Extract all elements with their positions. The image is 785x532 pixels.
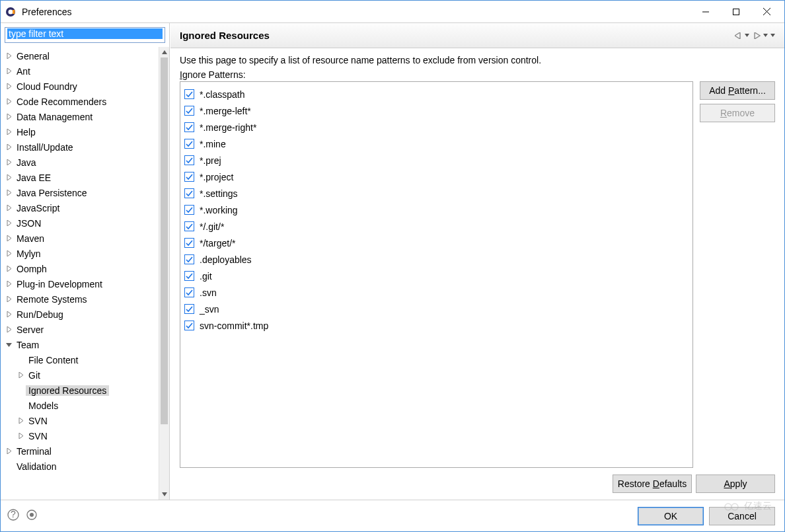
tree-item-oomph[interactable]: Oomph xyxy=(1,261,159,276)
menu-dropdown-icon[interactable] xyxy=(770,34,775,37)
checkbox[interactable] xyxy=(184,172,194,182)
tree-item-code-recommenders[interactable]: Code Recommenders xyxy=(1,94,159,109)
remove-button[interactable]: Remove xyxy=(700,104,775,122)
pattern-item[interactable]: */.git/* xyxy=(184,218,689,235)
tree-item-java-ee[interactable]: Java EE xyxy=(1,170,159,185)
chevron-right-icon[interactable] xyxy=(3,53,14,59)
filter-input[interactable] xyxy=(7,28,163,39)
chevron-right-icon[interactable] xyxy=(15,418,26,424)
scroll-thumb[interactable] xyxy=(161,57,168,424)
tree-item-git[interactable]: Git xyxy=(1,367,159,383)
tree-item-team[interactable]: Team xyxy=(1,337,159,352)
chevron-right-icon[interactable] xyxy=(3,190,14,196)
ok-button[interactable]: OK xyxy=(638,507,704,525)
chevron-right-icon[interactable] xyxy=(3,205,14,211)
tree-item-models[interactable]: Models xyxy=(1,398,159,413)
chevron-right-icon[interactable] xyxy=(3,250,14,256)
chevron-right-icon[interactable] xyxy=(3,68,14,74)
help-icon[interactable]: ? xyxy=(7,509,19,523)
tree-item-terminal[interactable]: Terminal xyxy=(1,443,159,459)
add-pattern-button[interactable]: Add Pattern... xyxy=(700,81,775,100)
pattern-item[interactable]: .svn xyxy=(184,284,689,301)
pattern-item[interactable]: svn-commit*.tmp xyxy=(184,317,689,334)
tree-item-server[interactable]: Server xyxy=(1,322,159,337)
tree-item-cloud-foundry[interactable]: Cloud Foundry xyxy=(1,79,159,94)
restore-defaults-button[interactable]: Restore Defaults xyxy=(613,475,692,493)
checkbox[interactable] xyxy=(184,321,194,330)
checkbox[interactable] xyxy=(184,139,194,149)
pattern-item[interactable]: *.classpath xyxy=(184,86,689,102)
scroll-down-icon[interactable] xyxy=(159,489,169,500)
pattern-item[interactable]: */target/* xyxy=(184,235,689,251)
chevron-right-icon[interactable] xyxy=(3,98,14,104)
pattern-item[interactable]: *.prej xyxy=(184,152,689,169)
chevron-right-icon[interactable] xyxy=(3,159,14,165)
tree-item-validation[interactable]: Validation xyxy=(1,459,159,474)
checkbox[interactable] xyxy=(184,304,194,314)
checkbox[interactable] xyxy=(184,221,194,231)
chevron-right-icon[interactable] xyxy=(3,174,14,180)
cancel-button[interactable]: Cancel xyxy=(709,507,775,525)
pattern-item[interactable]: *.settings xyxy=(184,185,689,202)
maximize-button[interactable] xyxy=(721,1,751,22)
tree-item-install-update[interactable]: Install/Update xyxy=(1,139,159,155)
chevron-right-icon[interactable] xyxy=(3,220,14,226)
chevron-right-icon[interactable] xyxy=(3,144,14,150)
chevron-right-icon[interactable] xyxy=(3,129,14,135)
chevron-right-icon[interactable] xyxy=(15,372,26,378)
tree-item-file-content[interactable]: File Content xyxy=(1,352,159,367)
chevron-right-icon[interactable] xyxy=(3,83,14,89)
checkbox[interactable] xyxy=(184,188,194,198)
pattern-item[interactable]: *.merge-left* xyxy=(184,102,689,119)
chevron-right-icon[interactable] xyxy=(3,311,14,317)
tree-item-run-debug[interactable]: Run/Debug xyxy=(1,307,159,322)
tree-item-java[interactable]: Java xyxy=(1,155,159,170)
chevron-right-icon[interactable] xyxy=(3,326,14,332)
checkbox[interactable] xyxy=(184,238,194,248)
tree-item-mylyn[interactable]: Mylyn xyxy=(1,246,159,261)
checkbox[interactable] xyxy=(184,271,194,281)
apply-button[interactable]: Apply xyxy=(696,475,775,493)
chevron-right-icon[interactable] xyxy=(3,296,14,302)
ignore-patterns-list[interactable]: *.classpath*.merge-left**.merge-right**.… xyxy=(180,81,693,468)
chevron-down-icon[interactable] xyxy=(3,342,14,348)
tree-item-ignored-resources[interactable]: Ignored Resources xyxy=(1,383,159,398)
tree-item-java-persistence[interactable]: Java Persistence xyxy=(1,185,159,200)
chevron-right-icon[interactable] xyxy=(15,433,26,439)
checkbox[interactable] xyxy=(184,287,194,297)
tree-scrollbar[interactable] xyxy=(159,47,169,500)
category-tree[interactable]: GeneralAntCloud FoundryCode Recommenders… xyxy=(1,47,159,500)
tree-item-plug-in-development[interactable]: Plug-in Development xyxy=(1,276,159,291)
tree-item-data-management[interactable]: Data Management xyxy=(1,109,159,124)
checkbox[interactable] xyxy=(184,254,194,264)
pattern-item[interactable]: *.project xyxy=(184,169,689,185)
close-button[interactable] xyxy=(751,1,782,22)
tree-item-maven[interactable]: Maven xyxy=(1,231,159,246)
import-export-icon[interactable] xyxy=(26,509,38,523)
scroll-up-icon[interactable] xyxy=(159,47,169,57)
pattern-item[interactable]: *.merge-right* xyxy=(184,119,689,135)
chevron-right-icon[interactable] xyxy=(3,235,14,241)
chevron-right-icon[interactable] xyxy=(3,281,14,287)
tree-item-general[interactable]: General xyxy=(1,48,159,63)
checkbox[interactable] xyxy=(184,89,194,99)
checkbox[interactable] xyxy=(184,155,194,165)
chevron-right-icon[interactable] xyxy=(3,266,14,272)
pattern-item[interactable]: _svn xyxy=(184,301,689,317)
nav-back-button[interactable] xyxy=(733,31,751,40)
pattern-item[interactable]: .git xyxy=(184,268,689,284)
checkbox[interactable] xyxy=(184,205,194,215)
checkbox[interactable] xyxy=(184,106,194,116)
tree-item-json[interactable]: JSON xyxy=(1,215,159,231)
checkbox[interactable] xyxy=(184,122,194,132)
tree-item-javascript[interactable]: JavaScript xyxy=(1,200,159,215)
pattern-item[interactable]: *.mine xyxy=(184,135,689,152)
pattern-item[interactable]: *.working xyxy=(184,202,689,218)
chevron-right-icon[interactable] xyxy=(3,114,14,120)
tree-item-help[interactable]: Help xyxy=(1,124,159,139)
tree-item-svn[interactable]: SVN xyxy=(1,428,159,443)
scroll-track[interactable] xyxy=(159,57,169,489)
tree-item-remote-systems[interactable]: Remote Systems xyxy=(1,291,159,307)
chevron-right-icon[interactable] xyxy=(3,448,14,454)
pattern-item[interactable]: .deployables xyxy=(184,251,689,268)
